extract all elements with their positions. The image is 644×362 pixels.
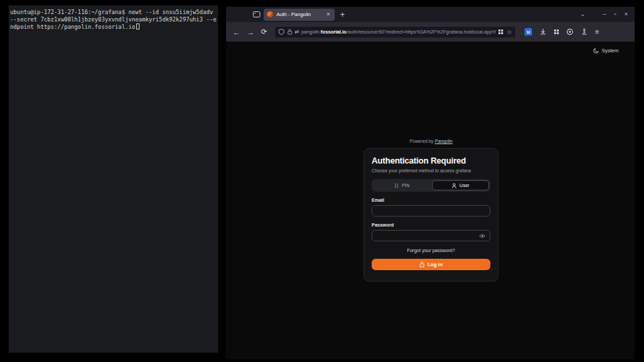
close-window-button[interactable]: × [625, 11, 628, 17]
bookmark-star-icon[interactable]: ☆ [506, 29, 512, 36]
tab-auth-pangolin[interactable]: Auth - Pangolin × [264, 9, 335, 21]
back-button[interactable]: ← [233, 28, 240, 36]
pangolin-favicon [267, 11, 273, 17]
tab-user-label: User [460, 183, 470, 188]
extensions-icon[interactable] [554, 29, 559, 34]
login-button[interactable]: Log in [372, 259, 490, 270]
maximize-button[interactable]: ▫ [614, 11, 616, 17]
tab-strip: Auth - Pangolin × + ⌄ – ▫ × [226, 7, 635, 22]
ublock-extension-icon[interactable]: u [525, 28, 532, 36]
powered-by-text: Powered by [409, 139, 435, 143]
url-text[interactable]: pangolin.fossorial.io/auth/resource/90?r… [301, 29, 496, 35]
theme-label: System [602, 48, 619, 54]
tab-title: Auth - Pangolin [276, 11, 325, 17]
login-lock-icon [419, 261, 425, 267]
terminal-line: --secret 7cbz1xw08lh1jbzey03yxvndljvneam… [10, 16, 217, 23]
terminal-output: ubuntu@ip-172-31-27-116:~/grafana$ newt … [10, 9, 217, 31]
url-path: /auth/resource/90?redirect=https%3A%2F%2… [346, 29, 496, 35]
terminal-window[interactable]: ubuntu@ip-172-31-27-116:~/grafana$ newt … [9, 5, 218, 353]
tab-user[interactable]: User [432, 180, 490, 190]
tab-pin[interactable]: PIN [373, 180, 431, 190]
tab-pin-label: PIN [402, 183, 410, 188]
toolbar-extension-icons: u ≡ [525, 28, 599, 36]
urlbar-end-icons: ☆ [498, 29, 512, 36]
url-bar[interactable]: ⇄ pangolin.fossorial.io/auth/resource/90… [275, 27, 515, 38]
email-label: Email [372, 198, 490, 202]
pangolin-link[interactable]: Pangolin [435, 139, 452, 143]
auth-method-tabs: PIN User [372, 179, 490, 192]
theme-toggle[interactable]: System [593, 48, 619, 54]
new-tab-button[interactable]: + [340, 10, 345, 19]
url-subdomain: pangolin. [301, 29, 321, 35]
user-icon [451, 183, 457, 188]
email-field-wrap [372, 205, 490, 217]
account-icon[interactable] [566, 28, 574, 36]
browser-window: Auth - Pangolin × + ⌄ – ▫ × ← → ⟳ ⇄ pang… [226, 7, 635, 353]
forgot-password-link[interactable]: Forgot your password? [372, 248, 490, 253]
page-content: System Powered by Pangolin Authenticatio… [226, 42, 635, 359]
powered-by: Powered by Pangolin [364, 139, 498, 143]
terminal-cursor [136, 23, 140, 29]
containers-icon[interactable] [498, 29, 503, 34]
url-domain: fossorial.io [321, 29, 346, 35]
moon-icon [593, 48, 599, 54]
hamburger-menu-icon[interactable]: ≡ [595, 28, 599, 36]
show-password-eye-icon[interactable] [479, 233, 486, 239]
downloads-icon[interactable] [539, 28, 547, 36]
card-title: Authentication Required [372, 156, 490, 166]
auth-card: Authentication Required Choose your pref… [364, 148, 498, 282]
forward-button[interactable]: → [247, 28, 254, 36]
email-input[interactable] [376, 208, 486, 214]
minimize-button[interactable]: – [603, 11, 606, 17]
window-controls: ⌄ – ▫ × [580, 11, 635, 17]
browser-toolbar: ← → ⟳ ⇄ pangolin.fossorial.io/auth/resou… [226, 22, 635, 42]
list-all-tabs-icon[interactable]: ⌄ [580, 11, 586, 17]
password-input[interactable] [376, 233, 479, 239]
tracking-shield-icon[interactable] [278, 29, 284, 35]
lock-icon[interactable] [287, 29, 292, 35]
card-subtitle: Choose your preferred method to access g… [372, 168, 490, 173]
labs-flask-icon[interactable] [581, 28, 588, 36]
terminal-line: ndpoint https://pangolin.fossorial.io [10, 23, 136, 30]
firefox-view-icon[interactable] [252, 10, 261, 19]
password-field-wrap [372, 230, 490, 241]
pin-keypad-icon [394, 183, 399, 188]
login-button-label: Log in [427, 261, 443, 267]
permissions-icon[interactable]: ⇄ [294, 29, 299, 35]
tab-close-icon[interactable]: × [325, 11, 331, 18]
reload-button[interactable]: ⟳ [261, 27, 267, 36]
terminal-line: ubuntu@ip-172-31-27-116:~/grafana$ newt … [10, 9, 213, 15]
password-label: Password [372, 223, 490, 227]
